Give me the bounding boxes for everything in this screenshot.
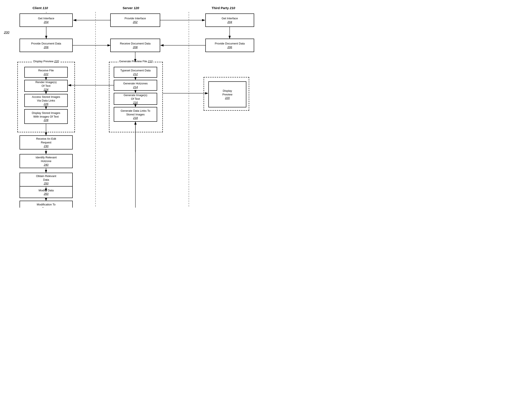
client-provide-doc: Provide Document Data 206	[19, 39, 73, 52]
display-preview-client-label: Display Preview 220	[33, 60, 60, 63]
third-get-interface: Get Interface 204	[205, 13, 254, 27]
server-gen-datalinks: Generate Data Links ToStored Images 218	[114, 107, 157, 122]
server-provide-interface: Provide Interface 202	[110, 13, 160, 27]
server-receive-doc: Receive Document Data 208	[110, 39, 160, 52]
generate-preview-server-label: Generate Preview File 210	[118, 60, 153, 63]
diagram-label: 200	[4, 30, 9, 34]
client-get-interface: Get Interface 204	[19, 13, 73, 27]
diagram: Client 110 Server 120 Third Party 210 20…	[0, 0, 266, 208]
client-receive-file: Receive File 222	[24, 67, 68, 78]
server-typeset: Typeset Document Data 212	[114, 67, 157, 78]
client-obtain-relevant: Obtain RelevantData 250	[19, 173, 73, 187]
server-gen-images: Generate Image(s)Of Text 216	[114, 93, 157, 105]
server-gen-hotzones: Generate Hotzones 214	[114, 80, 157, 91]
client-modify-data: Modify Data 260	[19, 186, 73, 198]
third-provide-doc: Provide Document Data 206	[205, 39, 254, 52]
client-access-stored: Access Stored ImagesVia Data Links 226	[24, 94, 68, 107]
client-identify-hotzone: Identify RelevantHotzone 240	[19, 154, 73, 168]
client-header: Client 110	[33, 6, 48, 10]
third-party-header: Third Party 210	[212, 6, 235, 10]
client-receive-edit: Receive An EditRequest 230	[19, 135, 73, 149]
server-header: Server 120	[123, 6, 139, 10]
third-display-preview: DisplayPreview 220	[208, 81, 246, 107]
client-modification-server: Modification ToServer270	[19, 201, 73, 208]
client-render-image: Render Image(s)Of Text 224	[24, 80, 68, 92]
client-display-stored: Display Stored ImagesWith Images Of Text…	[24, 109, 68, 124]
